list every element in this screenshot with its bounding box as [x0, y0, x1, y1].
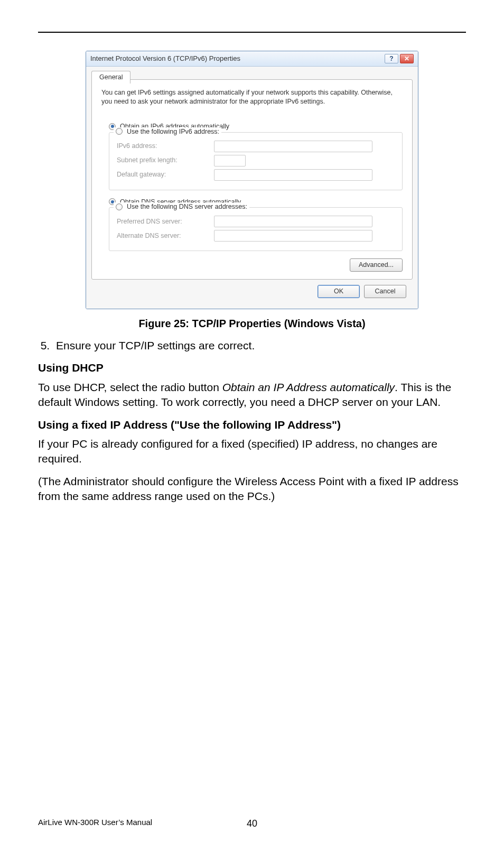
radio-use-following-dns[interactable]: Use the following DNS server addresses: [114, 202, 249, 211]
radio-icon [116, 203, 123, 210]
label-ipv6-address: IPv6 address: [117, 142, 207, 151]
text-span: To use DHCP, select the radio button [38, 381, 222, 393]
radio-label: Use the following DNS server addresses: [127, 202, 247, 211]
text-emphasis: Obtain an IP Address automatically [222, 381, 395, 393]
paragraph-fixed-1: If your PC is already configured for a f… [38, 437, 466, 467]
fieldset-dns-manual: Use the following DNS server addresses: … [109, 207, 403, 251]
fieldset-ipv6-manual: Use the following IPv6 address: IPv6 add… [109, 132, 403, 190]
tab-strip: General [91, 71, 413, 84]
dialog-titlebar[interactable]: Internet Protocol Version 6 (TCP/IPv6) P… [86, 51, 418, 67]
label-prefix-length: Subnet prefix length: [117, 156, 207, 165]
close-icon[interactable]: ✕ [400, 54, 414, 63]
step-list: Ensure your TCP/IP settings are correct. [38, 338, 466, 353]
dialog-title: Internet Protocol Version 6 (TCP/IPv6) P… [90, 54, 240, 63]
dialog-description: You can get IPv6 settings assigned autom… [101, 88, 403, 106]
advanced-button[interactable]: Advanced... [350, 258, 403, 272]
label-alternate-dns: Alternate DNS server: [117, 231, 207, 240]
footer-page-number: 40 [247, 817, 257, 830]
list-item: Ensure your TCP/IP settings are correct. [53, 338, 466, 353]
cancel-button[interactable]: Cancel [364, 285, 406, 298]
row-ipv6-address: IPv6 address: [117, 141, 395, 152]
radio-label: Use the following IPv6 address: [127, 127, 219, 136]
tab-panel-general: You can get IPv6 settings assigned autom… [91, 79, 413, 280]
input-default-gateway[interactable] [214, 169, 372, 181]
row-preferred-dns: Preferred DNS server: [117, 216, 395, 227]
ok-button[interactable]: OK [318, 285, 360, 298]
input-alternate-dns[interactable] [214, 230, 372, 242]
row-alternate-dns: Alternate DNS server: [117, 230, 395, 242]
label-preferred-dns: Preferred DNS server: [117, 217, 207, 226]
row-prefix-length: Subnet prefix length: [117, 155, 395, 166]
page-top-rule [38, 32, 466, 33]
row-default-gateway: Default gateway: [117, 169, 395, 181]
input-preferred-dns[interactable] [214, 216, 372, 227]
input-ipv6-address[interactable] [214, 141, 372, 152]
radio-use-following-ipv6[interactable]: Use the following IPv6 address: [114, 127, 221, 136]
document-page: Internet Protocol Version 6 (TCP/IPv6) P… [0, 0, 504, 852]
dialog-footer: OK Cancel [91, 280, 413, 303]
tab-general[interactable]: General [91, 71, 130, 84]
page-footer: AirLive WN-300R User’s Manual 40 [38, 817, 466, 828]
label-default-gateway: Default gateway: [117, 170, 207, 179]
window-controls: ? ✕ [385, 54, 414, 63]
input-prefix-length[interactable] [214, 155, 246, 166]
heading-using-fixed-ip: Using a fixed IP Address ("Use the follo… [38, 418, 466, 432]
tcpip-properties-dialog: Internet Protocol Version 6 (TCP/IPv6) P… [86, 51, 418, 309]
dialog-body: General You can get IPv6 settings assign… [86, 67, 418, 309]
radio-icon [116, 128, 123, 135]
help-icon[interactable]: ? [385, 54, 398, 63]
footer-product: AirLive WN-300R User’s Manual [38, 817, 152, 828]
row-advanced: Advanced... [101, 258, 403, 272]
figure-caption: Figure 25: TCP/IP Properties (Windows Vi… [38, 317, 466, 331]
paragraph-fixed-2: (The Administrator should configure the … [38, 474, 466, 504]
paragraph-dhcp: To use DHCP, select the radio button Obt… [38, 380, 466, 410]
heading-using-dhcp: Using DHCP [38, 360, 466, 375]
